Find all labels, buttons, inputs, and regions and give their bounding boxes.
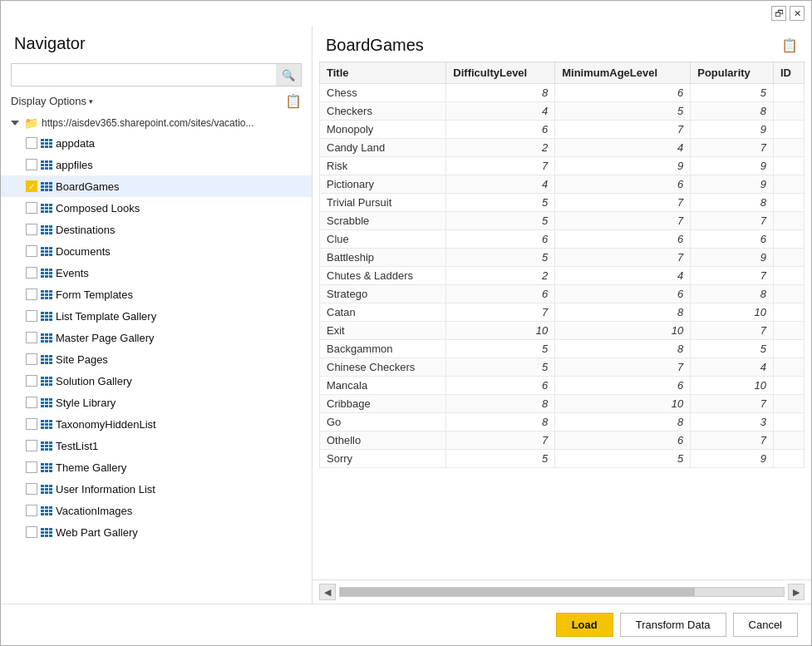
cell-4-3: 9 [691, 157, 774, 175]
item-label-vacationimages: VacationImages [56, 505, 132, 517]
search-button[interactable]: 🔍 [276, 64, 301, 86]
tree-item-formtemplates[interactable]: Form Templates [1, 284, 312, 305]
cell-16-3: 10 [691, 377, 774, 395]
col-header-minimumagelevel: MinimumAgeLevel [555, 62, 691, 84]
data-table-wrapper[interactable]: TitleDifficultyLevelMinimumAgeLevelPopul… [312, 62, 811, 579]
scroll-left-button[interactable]: ◀ [319, 584, 336, 600]
tree-item-testlist1[interactable]: TestList1 [1, 435, 312, 456]
cell-6-0: Trivial Pursuit [320, 194, 446, 212]
cell-3-1: 2 [446, 139, 555, 157]
checkbox-boardgames[interactable]: ✓ [26, 180, 37, 192]
cell-15-0: Chinese Checkers [320, 358, 446, 377]
tree-item-webpartgallery[interactable]: Web Part Gallery [1, 521, 312, 543]
checkbox-webpartgallery[interactable] [26, 526, 37, 538]
table-icon-masterpagegallery [41, 333, 52, 343]
tree-item-stylelibrary[interactable]: Style Library [1, 392, 312, 413]
cell-4-1: 7 [446, 157, 555, 175]
horizontal-scrollbar[interactable]: ◀ ▶ [312, 579, 811, 604]
cell-19-0: Othello [320, 431, 446, 450]
checkbox-formtemplates[interactable] [26, 288, 37, 300]
tree-item-boardgames[interactable]: ✓BoardGames [1, 175, 312, 197]
checkbox-userinformationlist[interactable] [26, 483, 37, 495]
table-row: Chinese Checkers574 [320, 358, 805, 377]
cell-19-2: 6 [555, 431, 691, 450]
checkbox-sitepages[interactable] [26, 353, 37, 365]
tree-item-masterpagegallery[interactable]: Master Page Gallery [1, 327, 312, 348]
cell-4-4 [773, 157, 804, 175]
tree-item-documents[interactable]: Documents [1, 240, 312, 262]
tree-item-sitepages[interactable]: Site Pages [1, 348, 312, 370]
cell-15-1: 5 [446, 358, 555, 377]
table-row: Battleship579 [320, 249, 805, 267]
checkbox-listtemplategallery[interactable] [26, 310, 37, 322]
folder-icon: 📁 [24, 116, 38, 130]
checkbox-composedlooks[interactable] [26, 202, 37, 214]
checkbox-themegallery[interactable] [26, 461, 37, 473]
tree-item-listtemplategallery[interactable]: List Template Gallery [1, 305, 312, 327]
tree-item-taxonomyhiddenlist[interactable]: TaxonomyHiddenList [1, 413, 312, 435]
tree-item-events[interactable]: Events [1, 262, 312, 284]
tree-container[interactable]: 📁 https://aisdev365.sharepoint.com/sites… [1, 114, 312, 604]
checkbox-stylelibrary[interactable] [26, 397, 37, 408]
checkbox-events[interactable] [26, 267, 37, 279]
checkbox-vacationimages[interactable] [26, 505, 37, 516]
tree-root[interactable]: 📁 https://aisdev365.sharepoint.com/sites… [1, 114, 312, 132]
tree-item-appdata[interactable]: appdata [1, 132, 312, 154]
tree-item-userinformationlist[interactable]: User Information List [1, 478, 312, 500]
footer: Load Transform Data Cancel [1, 604, 811, 645]
col-header-id: ID [773, 62, 804, 84]
table-icon-userinformationlist [41, 485, 52, 494]
cell-11-3: 8 [691, 285, 774, 303]
cell-5-2: 6 [555, 175, 691, 194]
tree-item-vacationimages[interactable]: VacationImages [1, 500, 312, 521]
cell-3-4 [773, 139, 804, 157]
search-input[interactable] [12, 66, 276, 85]
cell-0-4 [773, 84, 804, 102]
tree-item-solutiongallery[interactable]: Solution Gallery [1, 370, 312, 392]
close-button[interactable]: ✕ [790, 6, 805, 21]
tree-item-destinations[interactable]: Destinations [1, 219, 312, 240]
item-label-solutiongallery: Solution Gallery [56, 375, 132, 387]
item-label-destinations: Destinations [56, 224, 116, 236]
table-row: Go883 [320, 413, 805, 431]
checkbox-taxonomyhiddenlist[interactable] [26, 418, 37, 430]
cell-7-4 [773, 212, 804, 230]
checkbox-masterpagegallery[interactable] [26, 332, 37, 343]
cell-17-3: 7 [691, 395, 774, 413]
checkbox-solutiongallery[interactable] [26, 375, 37, 387]
item-label-taxonomyhiddenlist: TaxonomyHiddenList [56, 418, 156, 431]
item-label-testlist1: TestList1 [56, 440, 98, 452]
data-panel-export-button[interactable]: 📋 [781, 37, 798, 53]
tree-item-appfiles[interactable]: appfiles [1, 154, 312, 175]
cell-13-1: 10 [446, 322, 555, 340]
col-header-title: Title [320, 62, 446, 84]
item-label-formtemplates: Form Templates [56, 288, 133, 301]
checkbox-appfiles[interactable] [26, 159, 37, 170]
table-icon-formtemplates [41, 290, 52, 299]
display-options-button[interactable]: Display Options ▾ [11, 95, 93, 107]
table-row: Catan7810 [320, 303, 805, 322]
cell-10-3: 7 [691, 267, 774, 285]
restore-button[interactable]: 🗗 [771, 6, 786, 21]
transform-data-button[interactable]: Transform Data [620, 613, 726, 637]
item-label-userinformationlist: User Information List [56, 483, 155, 496]
cell-15-4 [773, 358, 804, 377]
tree-item-composedlooks[interactable]: Composed Looks [1, 197, 312, 219]
scroll-track[interactable] [339, 587, 785, 597]
table-icon-solutiongallery [41, 377, 52, 386]
scroll-right-button[interactable]: ▶ [788, 584, 805, 600]
checkbox-destinations[interactable] [26, 224, 37, 235]
cancel-button[interactable]: Cancel [733, 613, 798, 637]
export-icon-button[interactable]: 📋 [285, 93, 302, 109]
checkbox-testlist1[interactable] [26, 440, 37, 451]
table-icon-documents [41, 247, 52, 256]
tree-item-themegallery[interactable]: Theme Gallery [1, 456, 312, 478]
table-icon-vacationimages [41, 506, 52, 515]
checkbox-documents[interactable] [26, 245, 37, 257]
cell-10-1: 2 [446, 267, 555, 285]
cell-8-3: 6 [691, 230, 774, 249]
checkbox-appdata[interactable] [26, 137, 37, 149]
cell-17-0: Cribbage [320, 395, 446, 413]
cell-20-4 [773, 450, 804, 468]
load-button[interactable]: Load [556, 613, 613, 637]
